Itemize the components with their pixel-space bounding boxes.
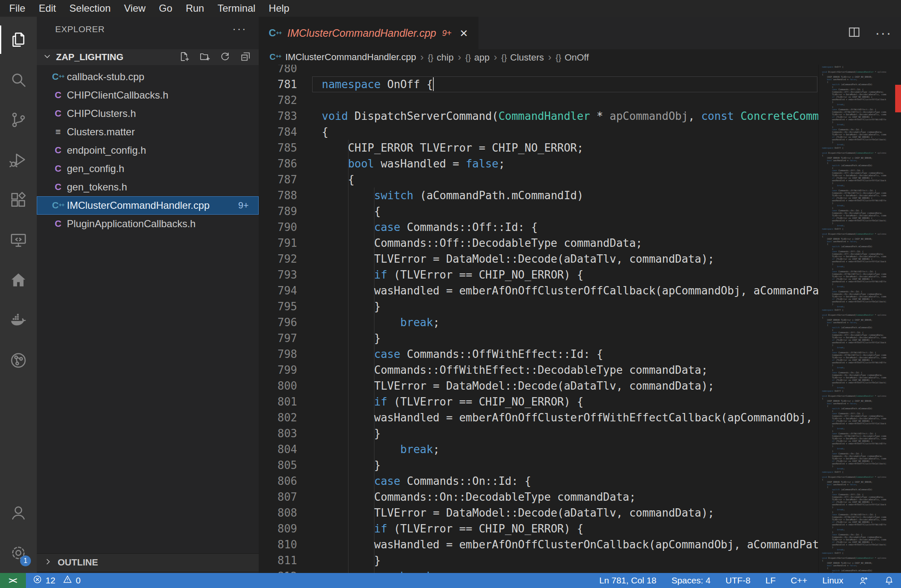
breadcrumb-item-OnOff[interactable]: OnOff [565, 52, 589, 63]
status-ln-781-col-18[interactable]: Ln 781, Col 18 [599, 575, 657, 585]
minimap[interactable]: namespace OnOff { void DispatchServerCom… [818, 65, 886, 573]
menu-file[interactable]: File [3, 0, 32, 17]
error-icon [33, 575, 42, 586]
breadcrumb-item-chip[interactable]: chip [437, 52, 453, 63]
tab-imclustercommandhandler[interactable]: C++ IMClusterCommandHandler.cpp 9+ × [259, 17, 478, 49]
new-file-icon[interactable] [178, 51, 190, 64]
activity-home-icon[interactable] [0, 260, 37, 300]
activity-accounts-icon[interactable] [0, 493, 37, 533]
line-number: 801 [259, 394, 297, 410]
file-label: gen_tokens.h [67, 181, 259, 193]
code-line-788: 788 switch (aCommandPath.mCommandId) [259, 188, 818, 203]
activity-git-graph-icon[interactable] [0, 340, 37, 380]
problems-status[interactable]: 12 0 [33, 573, 81, 588]
code-line-787: 787 { [259, 172, 818, 188]
code-line-800: 800 TLVError = DataModel::Decode(aDataTl… [259, 378, 818, 394]
status-spaces-4[interactable]: Spaces: 4 [672, 575, 710, 585]
remote-indicator[interactable]: >< [0, 573, 26, 588]
menu-terminal[interactable]: Terminal [211, 0, 262, 17]
editor-more-actions-icon[interactable]: ··· [875, 30, 892, 36]
breadcrumb-separator: › [458, 51, 461, 63]
menu-run[interactable]: Run [179, 0, 211, 17]
code-line-808: 808 TLVError = DataModel::Decode(aDataTl… [259, 505, 818, 521]
status-lf[interactable]: LF [766, 575, 776, 585]
feedback-icon[interactable] [858, 575, 869, 586]
code-line-807: 807 Commands::On::DecodableType commandD… [259, 489, 818, 505]
file-item-Clusters.matter[interactable]: ≡Clusters.matter [37, 123, 259, 141]
editor-actions: ··· [848, 17, 892, 49]
new-folder-icon[interactable] [199, 51, 210, 64]
activity-settings-icon[interactable]: 1 [0, 533, 37, 573]
status-utf-8[interactable]: UTF-8 [725, 575, 751, 585]
split-editor-icon[interactable] [848, 25, 861, 41]
line-number: 809 [259, 521, 297, 537]
line-number: 795 [259, 299, 297, 314]
chevron-right-icon [44, 558, 52, 567]
tab-bar: C++ IMClusterCommandHandler.cpp 9+ × ··· [259, 17, 901, 49]
minimap-code-block: namespace OnOff { void DispatchServerCom… [819, 146, 886, 227]
error-marker [895, 85, 901, 112]
activity-remote-explorer-icon[interactable] [0, 220, 37, 260]
status-linux[interactable]: Linux [822, 575, 843, 585]
activity-explorer-icon[interactable] [0, 20, 37, 60]
code-line-798: 798 case Commands::OffWithEffect::Id: { [259, 346, 818, 362]
menu-edit[interactable]: Edit [32, 0, 63, 17]
code-line-811: 811 } [259, 553, 818, 568]
cpp-file-icon: C++ [269, 27, 282, 39]
file-item-PluginApplicationCallbacks.h[interactable]: CPluginApplicationCallbacks.h [37, 215, 259, 233]
file-item-gen_tokens.h[interactable]: Cgen_tokens.h [37, 178, 259, 196]
line-number: 796 [259, 314, 297, 330]
text-cursor [433, 77, 434, 91]
cpp-file-icon: C++ [52, 71, 64, 82]
collapse-all-icon[interactable] [240, 51, 251, 64]
status-c-[interactable]: C++ [791, 575, 807, 585]
file-item-callback-stub.cpp[interactable]: C++callback-stub.cpp [37, 68, 259, 86]
c-header-file-icon: C [52, 182, 64, 193]
line-number: 783 [259, 108, 297, 124]
file-item-endpoint_config.h[interactable]: Cendpoint_config.h [37, 141, 259, 160]
minimap-code-block: namespace OnOff { void DispatchServerCom… [819, 551, 886, 573]
activity-source-control-icon[interactable] [0, 100, 37, 140]
code-line-790: 790 case Commands::Off::Id: { [259, 219, 818, 235]
breadcrumb-file[interactable]: IMClusterCommandHandler.cpp [285, 52, 416, 63]
sidebar-more-actions-button[interactable]: ··· [232, 23, 247, 35]
menu-help[interactable]: Help [262, 0, 296, 17]
line-number: 798 [259, 346, 297, 362]
code-editor[interactable]: 780781namespace OnOff {782783void Dispat… [259, 65, 818, 573]
warning-count: 0 [76, 575, 81, 585]
c-header-file-icon: C [52, 163, 64, 174]
activity-run-debug-icon[interactable] [0, 140, 37, 180]
menu-go[interactable]: Go [152, 0, 179, 17]
code-line-785: 785 CHIP_ERROR TLVError = CHIP_NO_ERROR; [259, 140, 818, 156]
symbol-braces-icon: {} [501, 53, 506, 62]
file-item-CHIPClientCallbacks.h[interactable]: CCHIPClientCallbacks.h [37, 86, 259, 104]
code-line-792: 792 TLVError = DataModel::Decode(aDataTl… [259, 251, 818, 267]
activity-extensions-icon[interactable] [0, 180, 37, 220]
code-line-812: 812 break; [259, 568, 818, 573]
tab-close-icon[interactable]: × [460, 26, 468, 40]
code-line-796: 796 break; [259, 314, 818, 330]
refresh-icon[interactable] [219, 51, 231, 64]
breadcrumb-item-Clusters[interactable]: Clusters [510, 52, 544, 63]
breadcrumb-item-app[interactable]: app [474, 52, 490, 63]
code-line-786: 786 bool wasHandled = false; [259, 156, 818, 172]
code-line-780: 780 [259, 65, 818, 76]
code-line-797: 797 } [259, 330, 818, 346]
file-item-IMClusterCommandHandler.cpp[interactable]: C++IMClusterCommandHandler.cpp9+ [37, 196, 259, 215]
line-number: 808 [259, 505, 297, 521]
file-item-CHIPClusters.h[interactable]: CCHIPClusters.h [37, 104, 259, 123]
file-item-gen_config.h[interactable]: Cgen_config.h [37, 160, 259, 178]
folder-section-header[interactable]: ZAP_LIGHTING [37, 49, 259, 65]
outline-section-header[interactable]: OUTLINE [37, 553, 259, 571]
notifications-bell-icon[interactable] [884, 575, 894, 586]
breadcrumb-separator: › [494, 51, 497, 63]
activity-search-icon[interactable] [0, 60, 37, 100]
code-line-799: 799 Commands::OffWithEffect::DecodableTy… [259, 362, 818, 378]
activity-docker-icon[interactable] [0, 300, 37, 340]
line-number: 812 [259, 568, 297, 573]
overview-ruler[interactable] [886, 65, 901, 573]
menu-selection[interactable]: Selection [63, 0, 117, 17]
code-line-801: 801 if (TLVError == CHIP_NO_ERROR) { [259, 394, 818, 410]
menu-view[interactable]: View [117, 0, 153, 17]
code-line-805: 805 } [259, 457, 818, 473]
